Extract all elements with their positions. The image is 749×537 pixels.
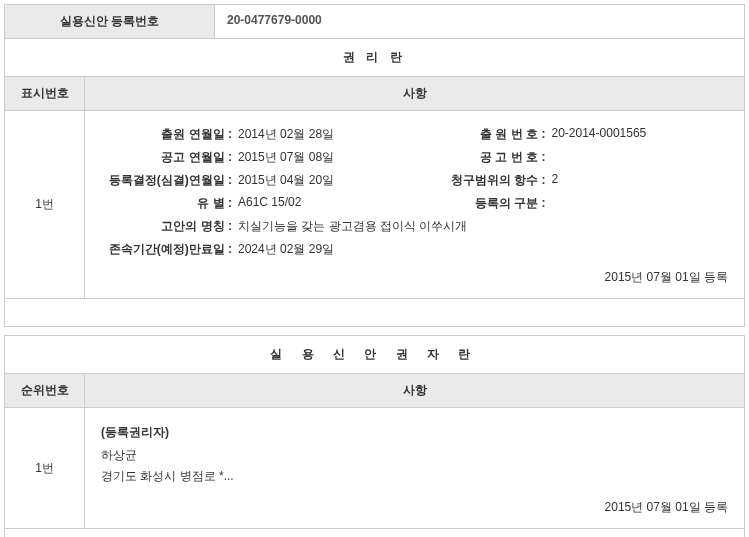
- holder-col-index: 순위번호: [5, 374, 85, 407]
- duration-value: 2024년 02월 29일: [236, 241, 334, 258]
- rights-section-title: 권 리 란: [4, 39, 745, 77]
- registration-header: 실용신안 등록번호 20-0477679-0000: [4, 4, 745, 39]
- spacer-2: [4, 529, 745, 537]
- app-no-label: 출 원 번 호 :: [415, 126, 550, 143]
- rights-subheader: 표시번호 사항: [4, 77, 745, 111]
- holder-section-title: 실 용 신 안 권 자 란: [4, 335, 745, 374]
- registration-number-value: 20-0477679-0000: [215, 5, 334, 38]
- holder-title: (등록권리자): [101, 424, 728, 445]
- type-value: A61C 15/02: [236, 195, 301, 212]
- reg-class-value: [550, 195, 552, 212]
- rights-data-row: 1번 출원 연월일 : 2014년 02월 28일 출 원 번 호 : 20-2…: [4, 111, 745, 299]
- holder-details: (등록권리자) 하상균 경기도 화성시 병점로 *... 2015년 07월 0…: [85, 408, 744, 528]
- reg-decision-value: 2015년 04월 20일: [236, 172, 334, 189]
- type-label: 유 별 :: [101, 195, 236, 212]
- holder-col-content: 사항: [85, 374, 744, 407]
- rights-row-id: 1번: [5, 111, 85, 298]
- pub-date-value: 2015년 07월 08일: [236, 149, 334, 166]
- pub-date-label: 공고 연월일 :: [101, 149, 236, 166]
- reg-decision-label: 등록결정(심결)연월일 :: [101, 172, 236, 189]
- rights-col-index: 표시번호: [5, 77, 85, 110]
- invention-value: 치실기능을 갖는 광고겸용 접이식 이쑤시개: [236, 218, 467, 235]
- pub-no-label: 공 고 번 호 :: [415, 149, 550, 166]
- holder-subheader: 순위번호 사항: [4, 374, 745, 408]
- claim-count-value: 2: [550, 172, 559, 189]
- spacer-1: [4, 299, 745, 327]
- rights-reg-date: 2015년 07월 01일 등록: [101, 261, 728, 286]
- duration-label: 존속기간(예정)만료일 :: [101, 241, 236, 258]
- holder-data-row: 1번 (등록권리자) 하상균 경기도 화성시 병점로 *... 2015년 07…: [4, 408, 745, 529]
- holder-reg-date: 2015년 07월 01일 등록: [101, 491, 728, 516]
- reg-class-label: 등록의 구분 :: [415, 195, 550, 212]
- claim-count-label: 청구범위의 항수 :: [415, 172, 550, 189]
- holder-name: 하상균: [101, 445, 728, 466]
- pub-no-value: [550, 149, 552, 166]
- holder-address: 경기도 화성시 병점로 *...: [101, 466, 728, 487]
- holder-row-id: 1번: [5, 408, 85, 528]
- rights-details: 출원 연월일 : 2014년 02월 28일 출 원 번 호 : 20-2014…: [85, 111, 744, 298]
- app-date-label: 출원 연월일 :: [101, 126, 236, 143]
- rights-col-content: 사항: [85, 77, 744, 110]
- invention-label: 고안의 명칭 :: [101, 218, 236, 235]
- registration-number-label: 실용신안 등록번호: [5, 5, 215, 38]
- app-date-value: 2014년 02월 28일: [236, 126, 334, 143]
- app-no-value: 20-2014-0001565: [550, 126, 647, 143]
